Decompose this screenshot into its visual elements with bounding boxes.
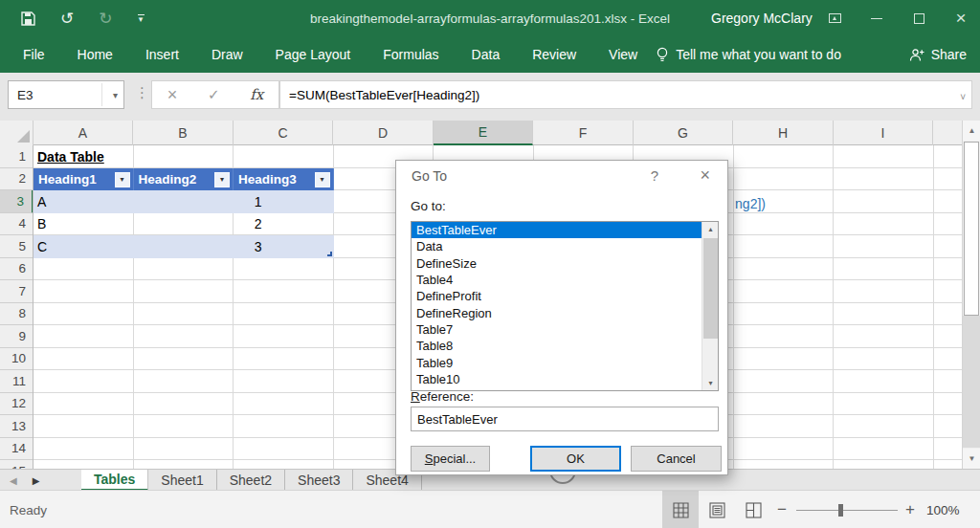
- column-header[interactable]: B: [133, 121, 234, 145]
- name-box-dropdown-icon[interactable]: ▾: [113, 90, 118, 100]
- table-header-heading3[interactable]: Heading3 ▾: [234, 168, 334, 191]
- ribbon-tab[interactable]: Formulas: [367, 36, 455, 73]
- row-header[interactable]: 3: [0, 190, 33, 213]
- expand-formula-bar-icon[interactable]: ˅: [960, 92, 966, 102]
- page-layout-view-button[interactable]: [699, 491, 735, 528]
- close-icon[interactable]: ×: [951, 9, 970, 28]
- column-header-partial[interactable]: [933, 121, 962, 145]
- list-scrollbar-thumb[interactable]: [703, 238, 718, 339]
- cell-b4[interactable]: 2: [167, 213, 262, 236]
- name-box[interactable]: E3 ▾: [8, 80, 124, 109]
- column-header[interactable]: D: [333, 121, 434, 145]
- enter-entry-icon[interactable]: ✓: [208, 86, 220, 103]
- goto-list-item[interactable]: DefineRegion: [412, 304, 702, 320]
- ribbon-display-options-icon[interactable]: [825, 9, 844, 28]
- customize-qat-icon[interactable]: ▾: [138, 14, 145, 22]
- select-all-button[interactable]: [0, 121, 33, 145]
- column-header[interactable]: I: [834, 121, 934, 145]
- scroll-down-icon[interactable]: ▼: [963, 449, 980, 469]
- goto-list-item[interactable]: Table9: [412, 354, 702, 370]
- sheet-tab[interactable]: Sheet2: [217, 470, 285, 491]
- row-header[interactable]: 4: [0, 213, 33, 236]
- column-header[interactable]: A: [33, 121, 134, 145]
- redo-icon[interactable]: ↻: [99, 11, 112, 27]
- normal-view-button[interactable]: [662, 491, 699, 528]
- minimize-icon[interactable]: [867, 9, 886, 28]
- goto-list-item[interactable]: DefineSize: [412, 255, 702, 272]
- filter-dropdown-icon[interactable]: ▾: [214, 172, 230, 187]
- maximize-icon[interactable]: [909, 9, 928, 28]
- list-scrollbar[interactable]: ▴ ▾: [702, 222, 718, 390]
- zoom-level[interactable]: 100%: [926, 491, 960, 528]
- row-header[interactable]: 9: [0, 325, 33, 348]
- filter-dropdown-icon[interactable]: ▾: [315, 172, 330, 187]
- row-header[interactable]: 15: [0, 460, 33, 469]
- cell-a1[interactable]: Data Table: [37, 145, 104, 168]
- ribbon-tab[interactable]: Home: [61, 36, 129, 73]
- zoom-slider-track[interactable]: [796, 510, 898, 511]
- goto-list-item[interactable]: Table4: [412, 272, 702, 288]
- goto-list-item[interactable]: BestTableEver: [412, 222, 702, 238]
- undo-icon[interactable]: ↺: [60, 11, 74, 27]
- save-icon[interactable]: [21, 11, 35, 26]
- filter-dropdown-icon[interactable]: ▾: [115, 172, 130, 187]
- ribbon-tab[interactable]: File: [7, 36, 61, 73]
- goto-list-item[interactable]: DefineProfit: [412, 288, 702, 304]
- column-header[interactable]: F: [533, 121, 634, 145]
- next-sheet-icon[interactable]: ▶: [33, 475, 40, 486]
- column-header[interactable]: G: [634, 121, 734, 145]
- row-header[interactable]: 14: [0, 438, 33, 461]
- ok-button[interactable]: OK: [530, 446, 621, 472]
- vertical-scrollbar-thumb[interactable]: [964, 142, 979, 316]
- row-header[interactable]: 8: [0, 303, 33, 326]
- reference-input[interactable]: [411, 407, 719, 431]
- scroll-up-icon[interactable]: ▲: [963, 121, 980, 141]
- zoom-out-icon[interactable]: −: [777, 491, 787, 528]
- sheet-tab[interactable]: Sheet3: [285, 470, 353, 491]
- row-header[interactable]: 2: [0, 168, 33, 191]
- goto-list-item[interactable]: Data: [412, 238, 702, 254]
- ribbon-tab[interactable]: Insert: [129, 36, 195, 73]
- column-header[interactable]: H: [733, 121, 834, 145]
- ribbon-tab[interactable]: Review: [516, 36, 592, 73]
- table-resize-handle[interactable]: [327, 252, 332, 256]
- ribbon-tab[interactable]: View: [592, 36, 654, 73]
- row-header[interactable]: 11: [0, 370, 33, 393]
- zoom-slider-thumb[interactable]: [838, 504, 843, 517]
- cancel-entry-icon[interactable]: ×: [167, 85, 178, 105]
- special-button[interactable]: Special...: [411, 446, 490, 472]
- vertical-scrollbar[interactable]: ▲ ▼: [962, 121, 980, 469]
- sheet-tab[interactable]: Tables: [81, 470, 148, 491]
- goto-list[interactable]: BestTableEverDataDefineSizeTable4DefineP…: [411, 221, 719, 391]
- cell-a4[interactable]: B: [37, 213, 46, 236]
- sheet-tab[interactable]: Sheet1: [148, 470, 216, 491]
- row-header[interactable]: 13: [0, 415, 33, 438]
- tell-me-box[interactable]: Tell me what you want to do: [656, 47, 841, 63]
- column-header[interactable]: C: [234, 121, 334, 145]
- goto-list-item[interactable]: Table10: [412, 371, 702, 387]
- row-header[interactable]: 1: [0, 145, 33, 168]
- share-button[interactable]: Share: [909, 36, 967, 73]
- dialog-close-icon[interactable]: ×: [700, 165, 710, 186]
- cell-b5[interactable]: 3: [167, 235, 262, 258]
- ribbon-tab[interactable]: Data: [456, 36, 517, 73]
- goto-list-item[interactable]: Table8: [412, 338, 702, 354]
- ribbon-tab[interactable]: Draw: [195, 36, 259, 73]
- row-header[interactable]: 6: [0, 258, 33, 281]
- table-header-heading2[interactable]: Heading2 ▾: [134, 168, 234, 191]
- cancel-button[interactable]: Cancel: [631, 446, 722, 472]
- prev-sheet-icon[interactable]: ◀: [10, 475, 17, 486]
- dialog-help-icon[interactable]: ?: [651, 167, 658, 184]
- insert-function-icon[interactable]: fx: [250, 86, 263, 103]
- formula-input[interactable]: =SUM(BestTableEver[Heading2]) ˅: [279, 80, 972, 109]
- zoom-in-icon[interactable]: +: [905, 491, 915, 528]
- ribbon-tab[interactable]: Page Layout: [259, 36, 368, 73]
- column-header[interactable]: E: [434, 121, 534, 145]
- goto-list-item[interactable]: Table7: [412, 321, 702, 338]
- row-header[interactable]: 7: [0, 280, 33, 303]
- row-header[interactable]: 12: [0, 393, 33, 416]
- account-user-name[interactable]: Gregory McClary: [711, 0, 813, 36]
- page-break-preview-button[interactable]: [735, 491, 771, 528]
- cell-a5[interactable]: C: [37, 235, 47, 258]
- table-header-heading1[interactable]: Heading1 ▾: [33, 168, 134, 191]
